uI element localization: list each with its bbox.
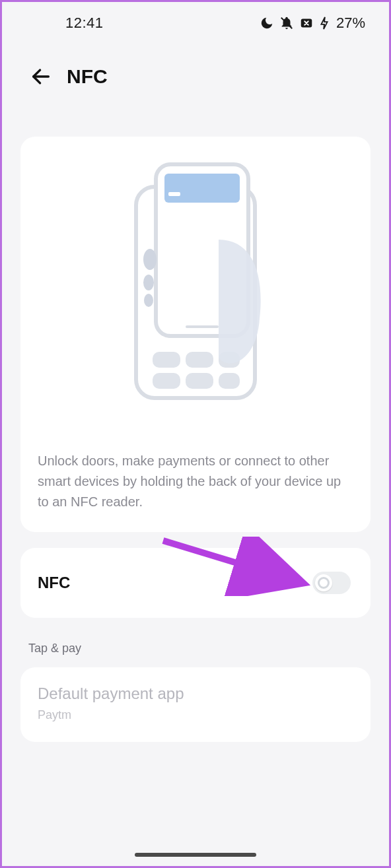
svg-rect-13 bbox=[186, 325, 219, 328]
svg-rect-12 bbox=[168, 192, 180, 196]
svg-point-16 bbox=[144, 294, 153, 307]
svg-rect-8 bbox=[186, 373, 213, 389]
default-payment-value: Paytm bbox=[38, 708, 353, 722]
svg-rect-4 bbox=[153, 352, 180, 368]
page-header: NFC bbox=[2, 39, 389, 97]
page-title: NFC bbox=[67, 65, 108, 88]
svg-rect-9 bbox=[219, 373, 240, 389]
default-payment-card[interactable]: Default payment app Paytm bbox=[20, 667, 371, 742]
svg-rect-11 bbox=[164, 174, 240, 203]
gesture-bar bbox=[135, 853, 256, 857]
battery-saver-icon bbox=[299, 16, 314, 30]
svg-rect-7 bbox=[153, 373, 180, 389]
battery-percentage: 27% bbox=[336, 15, 365, 32]
phone-terminal-icon bbox=[120, 160, 271, 405]
nfc-toggle-row[interactable]: NFC bbox=[38, 565, 353, 601]
switch-thumb-icon bbox=[315, 574, 332, 591]
status-icons: 27% bbox=[260, 15, 365, 32]
tap-pay-heading: Tap & pay bbox=[28, 642, 363, 655]
svg-point-15 bbox=[143, 275, 154, 290]
nfc-illustration bbox=[38, 160, 353, 405]
svg-point-14 bbox=[143, 249, 157, 270]
nfc-toggle-label: NFC bbox=[38, 574, 70, 592]
charging-bolt-icon bbox=[319, 16, 330, 30]
svg-rect-5 bbox=[186, 352, 213, 368]
mute-bell-icon bbox=[279, 16, 294, 30]
status-bar: 12:41 27% bbox=[2, 2, 389, 39]
arrow-left-icon bbox=[30, 65, 52, 88]
nfc-toggle-card: NFC bbox=[20, 548, 371, 618]
dnd-moon-icon bbox=[260, 16, 274, 30]
back-button[interactable] bbox=[30, 65, 52, 88]
status-time: 12:41 bbox=[26, 15, 104, 32]
default-payment-label: Default payment app bbox=[38, 684, 353, 703]
nfc-switch[interactable] bbox=[312, 572, 351, 594]
nfc-description: Unlock doors, make payments or connect t… bbox=[38, 451, 353, 512]
nfc-intro-card: Unlock doors, make payments or connect t… bbox=[20, 137, 371, 532]
